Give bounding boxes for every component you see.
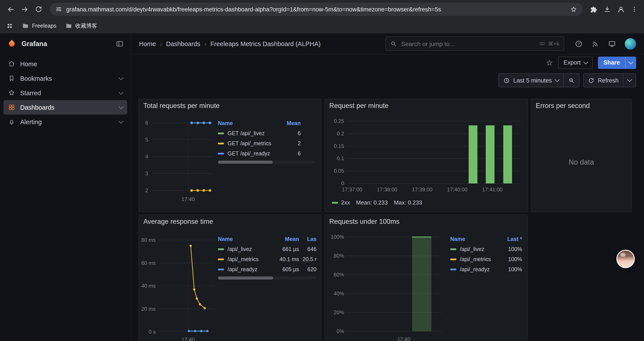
legend-row[interactable]: /api/_livez 100% <box>450 244 522 254</box>
chevron-down-icon[interactable] <box>118 104 124 109</box>
legend-row[interactable]: GET /api/_metrics 2 <box>218 138 316 148</box>
legend-row[interactable]: /api/_readyz 100% <box>450 264 522 274</box>
panel-title[interactable]: Average response time <box>139 215 321 228</box>
no-data-message: No data <box>531 158 631 166</box>
legend-header-mean[interactable]: Mean <box>274 236 299 242</box>
legend-scrollbar[interactable] <box>218 276 316 279</box>
svg-text:17:40: 17:40 <box>397 336 410 341</box>
browser-actions <box>588 5 640 14</box>
refresh-group: Refresh <box>583 73 636 87</box>
svg-text:0%: 0% <box>336 328 344 334</box>
sidebar-item-dashboards[interactable]: Dashboards <box>4 100 127 115</box>
url-bar[interactable]: grafana.mathmast.com/d/deytv4rwavabkb/fr… <box>50 3 582 16</box>
export-button[interactable]: Export <box>558 56 593 69</box>
legend-header-name[interactable]: Name <box>218 120 278 126</box>
bar-chart[interactable]: 100%80%60%40%20%0%17:40 <box>326 232 446 341</box>
url-text[interactable]: grafana.mathmast.com/d/deytv4rwavabkb/fr… <box>66 6 566 13</box>
panel-title[interactable]: Errors per second <box>531 99 631 112</box>
sidebar-collapse-button[interactable] <box>116 40 124 48</box>
legend-row[interactable]: GET /api/_livez 6 <box>218 128 316 138</box>
bookmark-label: 收藏博客 <box>75 22 97 30</box>
bar-chart[interactable]: 0.250.20.150.10.05017:37:0017:38:0017:39… <box>328 115 525 197</box>
legend-line[interactable]: 2xx Mean: 0.233 Max: 0.233 <box>332 199 422 206</box>
scrollbar-thumb[interactable] <box>218 161 273 164</box>
zoom-out-button[interactable] <box>563 74 579 87</box>
menu-kebab-icon[interactable] <box>631 6 638 13</box>
breadcrumb-dashboards[interactable]: Dashboards <box>166 40 200 47</box>
rss-icon[interactable] <box>592 40 599 48</box>
share-button[interactable]: Share <box>598 56 636 69</box>
search-bar[interactable]: ⌘+k <box>385 37 564 51</box>
share-dropdown-button[interactable] <box>625 56 636 69</box>
extensions-icon[interactable] <box>590 5 598 13</box>
panel-total-requests: Total requests per minute 6543217:40 Nam… <box>138 99 321 212</box>
breadcrumb-home[interactable]: Home <box>139 40 156 47</box>
monitor-icon[interactable] <box>608 40 616 48</box>
help-icon[interactable]: ? <box>575 40 582 48</box>
legend-header-mean[interactable]: Mean <box>278 120 301 126</box>
sidebar-item-label: Home <box>20 60 37 67</box>
bookmark-star-icon[interactable] <box>570 6 577 13</box>
legend-header-name[interactable]: Name <box>218 236 274 242</box>
reload-button[interactable] <box>32 3 45 15</box>
sidebar-item-starred[interactable]: Starred <box>4 86 127 100</box>
svg-text:17:40: 17:40 <box>182 196 195 202</box>
user-avatar[interactable] <box>625 38 636 49</box>
chevron-down-icon[interactable] <box>118 75 124 80</box>
search-input[interactable] <box>400 40 535 48</box>
forward-icon <box>20 5 29 14</box>
grafana-logo-icon[interactable] <box>7 39 17 49</box>
svg-text:40%: 40% <box>334 290 344 296</box>
chevron-down-icon[interactable] <box>118 119 124 124</box>
series-name[interactable]: 2xx <box>341 199 350 206</box>
legend-row[interactable]: GET /api/_readyz 6 <box>218 148 316 158</box>
bookmark-label: Freeleaps <box>32 23 56 29</box>
zoom-out-icon <box>568 77 574 84</box>
series-color-swatch <box>218 132 224 134</box>
panel-title[interactable]: Requests under 100ms <box>325 215 528 228</box>
refresh-button[interactable]: Refresh <box>583 74 623 87</box>
time-range-picker[interactable]: Last 5 minutes <box>499 74 563 87</box>
bookmark-folder-blogs[interactable]: 收藏博客 <box>65 22 97 30</box>
share-label[interactable]: Share <box>598 56 625 69</box>
series-color-swatch <box>218 153 224 154</box>
legend-row[interactable]: /api/_livez 661 µs 646 <box>218 244 316 254</box>
svg-text:0.2: 0.2 <box>337 131 344 137</box>
legend-header-name[interactable]: Name <box>450 236 501 242</box>
legend-header-last[interactable]: Las <box>299 236 316 242</box>
legend-scrollbar[interactable] <box>218 161 316 164</box>
favorite-star-icon[interactable]: ☆ <box>546 59 553 67</box>
apps-grid-icon[interactable] <box>6 22 13 30</box>
brand-name[interactable]: Grafana <box>22 40 47 48</box>
scrollbar-thumb[interactable] <box>218 276 273 279</box>
sidebar-item-bookmarks[interactable]: Bookmarks <box>4 71 127 86</box>
bookmark-folder-freeleaps[interactable]: Freeleaps <box>22 22 56 30</box>
assistant-avatar[interactable] <box>616 250 635 268</box>
site-settings-icon[interactable] <box>55 6 62 13</box>
profile-icon[interactable] <box>617 5 625 14</box>
refresh-interval-dropdown[interactable] <box>623 74 636 87</box>
series-color-swatch <box>450 268 456 270</box>
legend-header-last[interactable]: Last * <box>501 236 522 242</box>
legend-row[interactable]: /api/_metrics 100% <box>450 254 522 264</box>
legend-row[interactable]: /api/_metrics 40.1 ms 20.5 r <box>218 254 316 264</box>
sidebar-item-alerting[interactable]: Alerting <box>4 115 127 129</box>
dashboards-grid-icon <box>8 104 15 111</box>
sidebar-item-label: Dashboards <box>20 104 54 111</box>
svg-text:80 ms: 80 ms <box>142 237 156 243</box>
downloads-icon[interactable] <box>603 5 611 13</box>
sidebar-item-home[interactable]: Home <box>4 57 127 71</box>
panel-title[interactable]: Total requests per minute <box>139 99 321 112</box>
line-chart[interactable]: 80 ms60 ms40 ms20 ms0 s17:40 <box>140 232 217 341</box>
breadcrumb-current: Freeleaps Metrics Dashboard (ALPHA) <box>210 40 321 47</box>
svg-text:0.05: 0.05 <box>334 168 344 174</box>
forward-button[interactable] <box>18 3 31 15</box>
chevron-down-icon[interactable] <box>118 90 124 95</box>
svg-text:0 s: 0 s <box>148 329 156 335</box>
back-button[interactable] <box>4 3 17 15</box>
panel-toggle-icon <box>116 40 124 48</box>
panel-title[interactable]: Request per minute <box>325 99 528 112</box>
time-controls-bar: Last 5 minutes Refresh <box>131 71 644 90</box>
legend-row[interactable]: /api/_readyz 605 µs 620 <box>218 264 316 274</box>
line-chart[interactable]: 6543217:40 <box>141 116 218 204</box>
